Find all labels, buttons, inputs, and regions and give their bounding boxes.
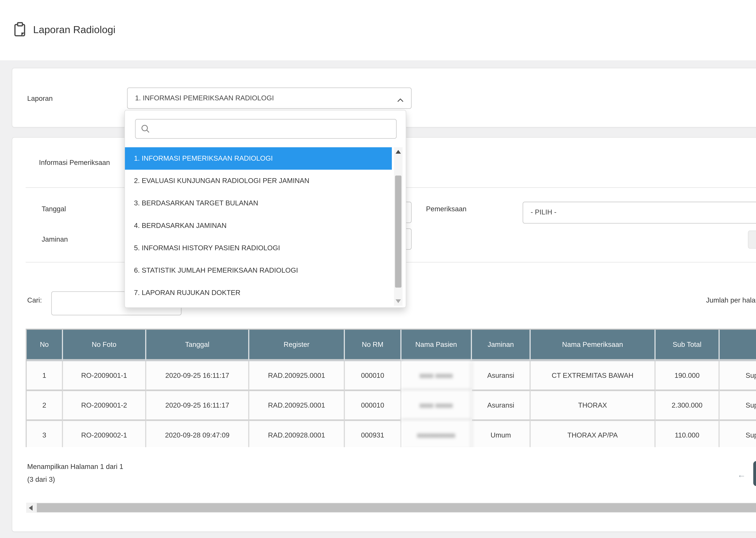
col-no: No [27, 330, 63, 361]
laporan-dropdown-panel: 1. INFORMASI PEMERIKSAAN RADIOLOGI 2. EV… [124, 110, 406, 308]
dropdown-option-1[interactable]: 1. INFORMASI PEMERIKSAAN RADIOLOGI [125, 147, 392, 170]
cell-jaminan: Asuransi [472, 361, 531, 391]
cell-nama-pemeriksaan: CT EXTREMITAS BAWAH [531, 361, 656, 391]
col-no-rm: No RM [345, 330, 401, 361]
cell-sub-total: 110.000 [656, 421, 720, 447]
col-register: Register [249, 330, 345, 361]
radiology-table: No No Foto Tanggal Register No RM Nama P… [26, 329, 756, 447]
triangle-up-icon [395, 150, 401, 154]
triangle-left-icon [29, 505, 33, 511]
dropdown-option-3[interactable]: 3. BERDASARKAN TARGET BULANAN [125, 192, 392, 214]
dropdown-scroll-up-button[interactable] [394, 147, 402, 157]
pagination-page-1-button[interactable]: 1 [753, 461, 756, 486]
cari-label: Cari: [27, 296, 42, 304]
pemeriksaan-select[interactable]: - PILIH - [523, 202, 756, 224]
dropdown-option-6[interactable]: 6. STATISTIK JUMLAH PEMERIKSAAN RADIOLOG… [125, 259, 392, 282]
cell-sub-total: 2.300.000 [656, 391, 720, 421]
dropdown-scroll-down-button[interactable] [394, 296, 402, 306]
cell-no: 2 [27, 391, 63, 421]
cell-register: RAD.200925.0001 [249, 361, 345, 391]
reset-button[interactable]: Reset [748, 231, 756, 248]
cell-jaminan: Umum [472, 421, 531, 447]
dropdown-option-5[interactable]: 5. INFORMASI HISTORY PASIEN RADIOLOGI [125, 237, 392, 259]
clipboard-icon [13, 22, 28, 37]
cell-no: 1 [27, 361, 63, 391]
pemeriksaan-label: Pemeriksaan [426, 205, 466, 213]
per-page-label: Jumlah per halaman: [706, 296, 756, 304]
dropdown-option-list: 1. INFORMASI PEMERIKSAAN RADIOLOGI 2. EV… [125, 146, 407, 308]
cell-nama-pasien-blurred: xxxx xxxxx [401, 361, 472, 391]
cell-sub-total: 190.000 [656, 361, 720, 391]
cell-user-ro: Super Admin iMedis [720, 361, 756, 391]
dropdown-option-4[interactable]: 4. BERDASARKAN JAMINAN [125, 214, 392, 237]
table-header-row: No No Foto Tanggal Register No RM Nama P… [27, 330, 756, 361]
pagination-prev-button[interactable]: ← [737, 471, 746, 479]
cell-nama-pemeriksaan: THORAX AP/PA [531, 421, 656, 447]
cell-tanggal: 2020-09-28 09:47:09 [146, 421, 249, 447]
cell-no-foto: RO-2009001-1 [63, 361, 146, 391]
col-nama-pasien: Nama Pasien [401, 330, 472, 361]
summary-line-2: (3 dari 3) [27, 473, 123, 486]
tab-informasi-pemeriksaan[interactable]: Informasi Pemeriksaan [39, 159, 110, 167]
cell-jaminan: Asuransi [472, 391, 531, 421]
laporan-label: Laporan [27, 94, 53, 102]
pemeriksaan-selected-value: - PILIH - [531, 202, 556, 222]
page-header: Laporan Radiologi [0, 0, 756, 60]
dropdown-search-input[interactable] [135, 119, 397, 139]
search-icon [141, 124, 150, 134]
table-row: 1 RO-2009001-1 2020-09-25 16:11:17 RAD.2… [27, 361, 756, 391]
cell-no-rm: 000010 [345, 361, 401, 391]
jaminan-label: Jaminan [41, 235, 68, 243]
col-sub-total: Sub Total [656, 330, 720, 361]
dropdown-option-2[interactable]: 2. EVALUASI KUNJUNGAN RADIOLOGI PER JAMI… [125, 170, 392, 192]
cell-nama-pemeriksaan: THORAX [531, 391, 656, 421]
cell-no-foto: RO-2009002-1 [63, 421, 146, 447]
cell-tanggal: 2020-09-25 16:11:17 [146, 361, 249, 391]
pagination-summary: Menampilkan Halaman 1 dari 1 (3 dari 3) [27, 460, 123, 486]
table-scroll-area: No No Foto Tanggal Register No RM Nama P… [26, 329, 756, 447]
summary-line-1: Menampilkan Halaman 1 dari 1 [27, 460, 123, 473]
laporan-selected-value: 1. INFORMASI PEMERIKSAAN RADIOLOGI [135, 88, 274, 108]
cell-nama-pasien-blurred: xxxx xxxxx [401, 391, 472, 421]
dropdown-option-7[interactable]: 7. LAPORAN RUJUKAN DOKTER [125, 282, 392, 304]
horizontal-scrollbar-thumb[interactable] [37, 503, 756, 512]
cell-user-ro: Super Admin iMedis [720, 421, 756, 447]
scroll-left-button[interactable] [26, 503, 37, 513]
col-nama-pemeriksaan: Nama Pemeriksaan [531, 330, 656, 361]
col-tanggal: Tanggal [146, 330, 249, 361]
cell-nama-pasien-blurred: xxxxxxxxxxx [401, 421, 472, 447]
cell-no-rm: 000931 [345, 421, 401, 447]
dropdown-scrollbar-thumb[interactable] [395, 176, 401, 288]
cell-user-ro: Super Admin iMedis [720, 391, 756, 421]
horizontal-scrollbar [26, 503, 756, 513]
cell-register: RAD.200925.0001 [249, 391, 345, 421]
chevron-up-icon [397, 96, 404, 100]
table-row: 2 RO-2009001-2 2020-09-25 16:11:17 RAD.2… [27, 391, 756, 421]
laporan-radiologi-page: Laporan Radiologi Laporan 1. INFORMASI P… [0, 0, 756, 538]
cell-no-rm: 000010 [345, 391, 401, 421]
cell-register: RAD.200928.0001 [249, 421, 345, 447]
col-user-ro: User RO [720, 330, 756, 361]
page-title: Laporan Radiologi [33, 24, 116, 36]
cell-no: 3 [27, 421, 63, 447]
cell-tanggal: 2020-09-25 16:11:17 [146, 391, 249, 421]
col-jaminan: Jaminan [472, 330, 531, 361]
col-no-foto: No Foto [63, 330, 146, 361]
triangle-down-icon [395, 299, 401, 303]
tanggal-label: Tanggal [41, 205, 66, 213]
table-row: 3 RO-2009002-1 2020-09-28 09:47:09 RAD.2… [27, 421, 756, 447]
dropdown-scrollbar [394, 147, 402, 306]
laporan-select-control[interactable]: 1. INFORMASI PEMERIKSAAN RADIOLOGI [127, 87, 412, 109]
cell-no-foto: RO-2009001-2 [63, 391, 146, 421]
